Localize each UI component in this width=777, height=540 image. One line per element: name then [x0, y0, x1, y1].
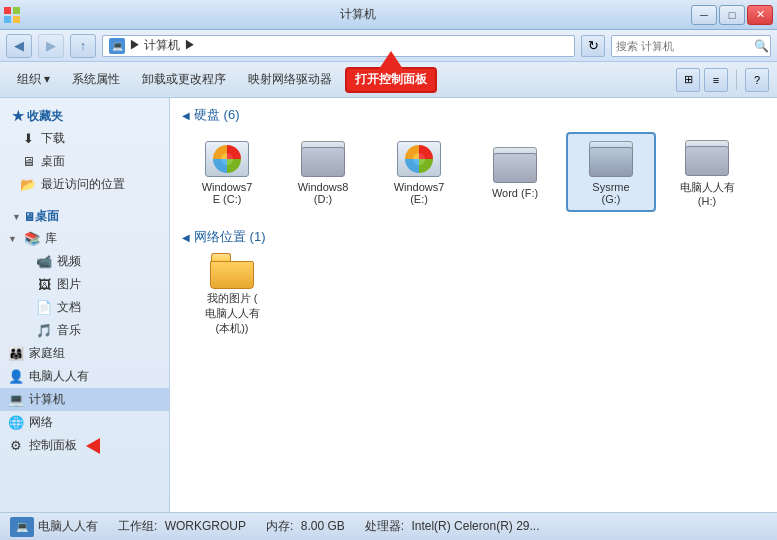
sidebar-item-picture[interactable]: 🖼 图片: [0, 273, 169, 296]
map-drive-button[interactable]: 映射网络驱动器: [239, 67, 341, 93]
view-list[interactable]: ≡: [704, 68, 728, 92]
sidebar-item-controlpanel[interactable]: ⚙ 控制面板: [0, 434, 169, 457]
left-arrow-indicator: [86, 438, 100, 454]
harddrives-header: 硬盘 (6): [182, 106, 765, 124]
svg-rect-1: [13, 7, 20, 14]
search-input[interactable]: [616, 40, 754, 52]
sidebar-item-library[interactable]: ▼ 📚 库: [0, 227, 169, 250]
sidebar: ★ 收藏夹 ⬇ 下载 🖥 桌面 📂 最近访问的位置 ▼ 🖥 桌面 ▼ 📚 库: [0, 98, 170, 512]
document-icon: 📄: [36, 300, 52, 316]
drive-h-icon: [683, 138, 731, 178]
arrow-indicator: [379, 51, 403, 69]
favorites-label[interactable]: ★ 收藏夹: [0, 104, 169, 127]
homegroup-icon: 👨‍👩‍👧: [8, 346, 24, 362]
svg-rect-0: [4, 7, 11, 14]
library-icon: 📚: [24, 231, 40, 247]
sidebar-item-network[interactable]: 🌐 网络: [0, 411, 169, 434]
desktop-section-header: ▼ 🖥 桌面: [0, 204, 169, 227]
toolbar: 组织 ▾ 系统属性 卸载或更改程序 映射网络驱动器 打开控制面板 ⊞ ≡ ?: [0, 62, 777, 98]
network-drive-grid: 我的图片 (电脑人人有(本机)): [182, 254, 765, 334]
minimize-button[interactable]: ─: [691, 5, 717, 25]
back-button[interactable]: ◀: [6, 34, 32, 58]
user-icon: 👤: [8, 369, 24, 385]
window-title: 计算机: [24, 6, 691, 23]
drive-d[interactable]: Windows8(D:): [278, 132, 368, 212]
status-computer: 💻 电脑人人有: [10, 517, 98, 537]
recent-icon: 📂: [20, 177, 36, 193]
drive-c[interactable]: Windows7E (C:): [182, 132, 272, 212]
drive-g-icon: [587, 139, 635, 179]
search-icon: 🔍: [754, 39, 769, 53]
open-control-panel-button[interactable]: 打开控制面板: [345, 67, 437, 93]
drive-h[interactable]: 电脑人人有(H:): [662, 132, 752, 212]
sidebar-item-music[interactable]: 🎵 音乐: [0, 319, 169, 342]
computer-icon: 💻: [8, 392, 24, 408]
picture-icon: 🖼: [36, 277, 52, 293]
drive-c-label: Windows7E (C:): [202, 181, 253, 205]
sidebar-item-computer[interactable]: 💻 计算机: [0, 388, 169, 411]
svg-rect-2: [4, 16, 11, 23]
status-computer-icon: 💻: [10, 517, 34, 537]
desktop-icon: 🖥: [23, 210, 35, 224]
drive-grid: Windows7E (C:) Windows8(D:): [182, 132, 765, 212]
address-input[interactable]: 💻 ▶ 计算机 ▶: [102, 35, 575, 57]
drive-e-label: Windows7(E:): [394, 181, 445, 205]
sidebar-item-homegroup[interactable]: 👨‍👩‍👧 家庭组: [0, 342, 169, 365]
sidebar-item-document[interactable]: 📄 文档: [0, 296, 169, 319]
desktop-arrow: ▼: [12, 212, 21, 222]
drive-f[interactable]: Word (F:): [470, 132, 560, 212]
uninstall-button[interactable]: 卸载或更改程序: [133, 67, 235, 93]
network-drive-1-label: 我的图片 (电脑人人有(本机)): [205, 291, 260, 336]
refresh-button[interactable]: ↻: [581, 35, 605, 57]
controlpanel-icon: ⚙: [8, 438, 24, 454]
sidebar-item-recent[interactable]: 📂 最近访问的位置: [0, 173, 169, 196]
network-header: 网络位置 (1): [182, 228, 765, 246]
organize-button[interactable]: 组织 ▾: [8, 67, 59, 93]
title-bar: 计算机 ─ □ ✕: [0, 0, 777, 30]
help-button[interactable]: ?: [745, 68, 769, 92]
toolbar-right: ⊞ ≡ ?: [676, 68, 769, 92]
content-area: 硬盘 (6) Windows7E (C:): [170, 98, 777, 512]
address-path: ▶ 计算机 ▶: [129, 37, 196, 54]
favorites-icon: ★: [12, 109, 27, 123]
address-icon: 💻: [109, 38, 125, 54]
svg-rect-3: [13, 16, 20, 23]
status-bar: 💻 电脑人人有 工作组: WORKGROUP 内存: 8.00 GB 处理器: …: [0, 512, 777, 540]
forward-button[interactable]: ▶: [38, 34, 64, 58]
sidebar-item-video[interactable]: 📹 视频: [0, 250, 169, 273]
drive-h-label: 电脑人人有(H:): [680, 180, 735, 207]
search-box[interactable]: 🔍: [611, 35, 771, 57]
up-button[interactable]: ↑: [70, 34, 96, 58]
network-folder-icon: [208, 253, 256, 289]
music-icon: 🎵: [36, 323, 52, 339]
drive-g[interactable]: Sysrme(G:): [566, 132, 656, 212]
status-workgroup: 工作组: WORKGROUP: [118, 518, 246, 535]
sidebar-item-download[interactable]: ⬇ 下载: [0, 127, 169, 150]
drive-d-icon: [299, 139, 347, 179]
system-props-button[interactable]: 系统属性: [63, 67, 129, 93]
drive-c-icon: [203, 139, 251, 179]
maximize-button[interactable]: □: [719, 5, 745, 25]
window-controls: ─ □ ✕: [691, 5, 773, 25]
toolbar-separator: [736, 70, 737, 90]
video-icon: 📹: [36, 254, 52, 270]
status-computer-name: 电脑人人有: [38, 518, 98, 535]
drive-d-label: Windows8(D:): [298, 181, 349, 205]
window-icon: [4, 7, 20, 23]
sidebar-item-user[interactable]: 👤 电脑人人有: [0, 365, 169, 388]
drive-e[interactable]: Windows7(E:): [374, 132, 464, 212]
network-drive-1[interactable]: 我的图片 (电脑人人有(本机)): [182, 254, 282, 334]
main-layout: ★ 收藏夹 ⬇ 下载 🖥 桌面 📂 最近访问的位置 ▼ 🖥 桌面 ▼ 📚 库: [0, 98, 777, 512]
drive-f-label: Word (F:): [492, 187, 538, 199]
drive-e-icon: [395, 139, 443, 179]
drive-g-label: Sysrme(G:): [592, 181, 629, 205]
view-large-icon[interactable]: ⊞: [676, 68, 700, 92]
sidebar-item-desktop-fav[interactable]: 🖥 桌面: [0, 150, 169, 173]
network-icon: 🌐: [8, 415, 24, 431]
close-button[interactable]: ✕: [747, 5, 773, 25]
desktop-label[interactable]: ▼ 🖥 桌面: [0, 204, 169, 227]
status-memory: 内存: 8.00 GB: [266, 518, 345, 535]
drive-f-icon: [491, 145, 539, 185]
status-processor: 处理器: Intel(R) Celeron(R) 29...: [365, 518, 540, 535]
library-arrow: ▼: [8, 234, 17, 244]
